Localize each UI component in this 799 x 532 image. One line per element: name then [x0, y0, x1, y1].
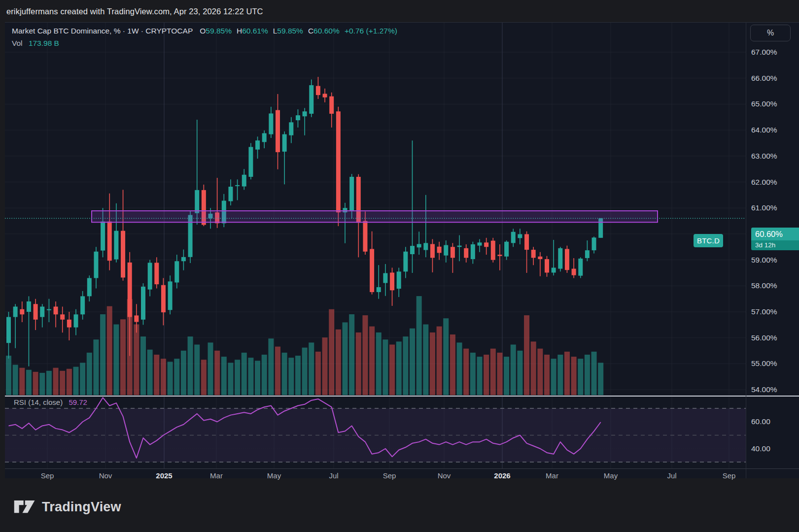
candle-body — [545, 259, 549, 272]
price-axis-label: 61.00% — [751, 203, 777, 212]
percent-unit-button[interactable]: % — [750, 25, 791, 41]
volume-bar — [343, 322, 348, 395]
volume-bar — [437, 327, 442, 395]
volume-bar — [376, 332, 382, 395]
volume-bar — [295, 356, 301, 395]
volume-bar — [161, 359, 166, 395]
volume-bar — [174, 359, 179, 395]
tradingview-wordmark: TradingView — [42, 499, 121, 515]
footer-branding[interactable]: TradingView — [14, 499, 121, 515]
candle-body — [390, 272, 394, 290]
volume-bar — [248, 358, 253, 395]
candle-body — [141, 287, 145, 320]
candle-body — [370, 249, 374, 292]
price-axis-label: 58.00% — [751, 281, 777, 290]
volume-bar — [208, 342, 213, 395]
volume-bar — [26, 370, 32, 395]
volume-bar — [39, 373, 45, 395]
candle-body — [423, 243, 428, 250]
candle-body — [154, 263, 159, 284]
ohlc-value: 60.61% — [242, 27, 268, 35]
candle-body — [437, 247, 442, 253]
volume-bar — [228, 363, 233, 395]
tradingview-screenshot: erikjuffermans created with TradingView.… — [0, 0, 799, 532]
candle-body — [235, 185, 240, 186]
volume-bar — [369, 327, 375, 395]
candle-body — [161, 285, 166, 312]
ohlc-key: H — [237, 27, 242, 35]
volume-bar — [450, 334, 455, 395]
candle-body — [228, 187, 233, 201]
candle-body — [451, 247, 455, 258]
volume-bar — [591, 352, 597, 395]
volume-bar — [19, 368, 25, 395]
candle-body — [309, 85, 313, 114]
chart-canvas[interactable] — [5, 23, 799, 478]
time-axis-month-label: Mar — [210, 471, 223, 480]
candle-body — [174, 261, 179, 282]
volume-bar — [531, 341, 536, 395]
time-axis-month-label: Nov — [99, 471, 112, 480]
time-axis-month-label: Sep — [383, 471, 396, 480]
symbol-price-flag[interactable]: BTC.D — [694, 234, 723, 247]
candle-body — [67, 320, 71, 328]
time-axis-month-label: Nov — [438, 471, 451, 480]
volume-bar — [53, 368, 59, 395]
symbol-meta: · 1W · CRYPTOCAP — [123, 27, 193, 35]
symbol-legend[interactable]: Market Cap BTC Dominance, % · 1W · CRYPT… — [12, 27, 397, 35]
volume-bar — [6, 356, 11, 395]
volume-bar — [362, 315, 368, 395]
rsi-legend[interactable]: RSI (14, close) 59.72 — [14, 398, 87, 406]
time-axis-month-label: May — [604, 471, 618, 480]
volume-bar — [255, 361, 260, 395]
candle-body — [54, 306, 58, 314]
candle-body — [363, 221, 367, 252]
volume-legend[interactable]: Vol 173.98 B — [12, 39, 59, 48]
ohlc-value: 60.60% — [313, 27, 340, 35]
chart-panel[interactable]: Market Cap BTC Dominance, % · 1W · CRYPT… — [5, 22, 799, 478]
candle-body — [323, 94, 327, 97]
candle-body — [592, 237, 596, 250]
volume-bar — [33, 372, 38, 395]
candle-body — [457, 246, 462, 247]
candle-body — [377, 287, 381, 292]
rsi-value: 59.72 — [69, 398, 87, 406]
candle-body — [403, 252, 408, 272]
candle-body — [552, 267, 556, 272]
candle-body — [497, 255, 502, 256]
candle-body — [114, 231, 118, 260]
candle-body — [107, 222, 112, 261]
supply-zone-box[interactable] — [92, 211, 658, 222]
candle-body — [262, 133, 267, 142]
candle-body — [255, 140, 260, 149]
volume-bar — [389, 345, 395, 396]
ohlc-value: 59.85% — [277, 27, 303, 35]
last-price-tag[interactable]: 60.60% 3d 12h — [751, 228, 799, 250]
volume-bar — [578, 359, 583, 395]
volume-bar — [315, 352, 321, 395]
volume-bar — [349, 314, 354, 395]
volume-bar — [457, 342, 462, 395]
candle-body — [471, 244, 475, 259]
volume-value: 173.98 B — [29, 39, 59, 47]
volume-bar — [288, 358, 294, 395]
time-axis-year-label: 2025 — [156, 471, 172, 480]
candle-body — [168, 281, 173, 310]
candle-body — [316, 86, 320, 95]
candle-body — [531, 250, 536, 258]
candle-body — [47, 309, 51, 310]
time-axis[interactable]: SepNov2025MarMayJulSepNov2026MarMayJulSe… — [5, 468, 799, 479]
candle-body — [60, 314, 65, 320]
price-axis[interactable]: % 67.00%66.00%65.00%64.00%63.00%62.00%61… — [746, 23, 799, 478]
volume-bar — [490, 349, 496, 395]
candle-body — [478, 242, 482, 245]
rsi-axis-label: 40.00 — [751, 444, 770, 453]
price-axis-label: 56.00% — [751, 333, 777, 342]
candle-body — [6, 317, 11, 343]
candle-body — [524, 234, 529, 250]
volume-bar — [282, 353, 287, 395]
volume-bar — [356, 332, 361, 395]
candle-body — [269, 113, 273, 134]
volume-bar — [571, 357, 577, 395]
candle-body — [565, 249, 569, 270]
